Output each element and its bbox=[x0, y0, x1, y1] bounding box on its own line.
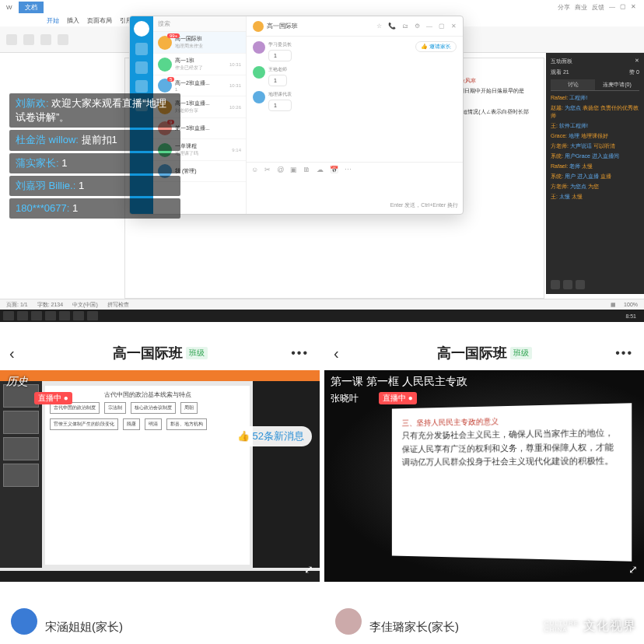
chat-main: 高一国际班 ☆ 📞 🗂 ⚙ — ▢ ✕ 👍 邀请家长 学习委员长1王艳老师1地理… bbox=[247, 16, 463, 214]
more-button[interactable]: ••• bbox=[615, 346, 633, 360]
projected-slide: 三、坚持人民民主专政的意义 只有充分发扬社会主义民主，确保人民当家作主的地位，保… bbox=[392, 403, 632, 561]
biz-button[interactable]: 商业 bbox=[575, 3, 587, 12]
more-button[interactable]: ••• bbox=[291, 346, 309, 360]
class-tag: 班级 bbox=[186, 347, 208, 359]
live-comment: 杜金浩 willow: 提前扣1 bbox=[9, 130, 180, 150]
settings-icon[interactable]: ⚙ bbox=[415, 23, 420, 30]
lesson-title: 第一课 第一框 人民民主专政 bbox=[331, 375, 467, 389]
contacts-icon[interactable] bbox=[135, 61, 148, 74]
concept-box: 明清 bbox=[145, 418, 162, 430]
task-app[interactable] bbox=[73, 311, 84, 320]
concept-box: 郡县、地方机构 bbox=[166, 418, 207, 430]
taskbar-clock: 8:51 bbox=[625, 313, 641, 319]
expand-icon[interactable]: ⤢ bbox=[628, 563, 638, 576]
max-icon[interactable]: ▢ bbox=[620, 3, 626, 12]
subject-label: 历史 bbox=[6, 375, 28, 389]
concept-box: 周朝 bbox=[180, 402, 198, 414]
watermark: CULTURECHINA 文化视界 bbox=[544, 618, 636, 635]
emoji-icon[interactable] bbox=[551, 280, 560, 289]
card-title: 高一国际班 bbox=[437, 344, 507, 362]
wps-doc-tab[interactable]: 文档 bbox=[19, 2, 44, 13]
status-spell: 拼写检查 bbox=[107, 301, 129, 309]
chat-search[interactable]: 搜索 bbox=[153, 16, 246, 32]
ribbon-style[interactable] bbox=[58, 34, 68, 45]
new-message-pill[interactable]: 👍 52条新消息 bbox=[229, 426, 312, 446]
status-words: 字数: 2134 bbox=[37, 301, 63, 309]
workspace-icon[interactable] bbox=[135, 80, 148, 93]
status-page: 页面: 1/1 bbox=[6, 301, 28, 309]
wps-titlebar: W 文档 分享 商业 反馈 — ▢ ✕ bbox=[0, 0, 644, 14]
min2-icon[interactable]: — bbox=[426, 23, 432, 30]
clip-icon[interactable]: ✂ bbox=[264, 166, 271, 173]
video-area-left[interactable]: 古代中国的政治基本线索与特点 古代中国的政治制度宗法制核心政治会议制度周朝官僚王… bbox=[0, 370, 320, 582]
panel-line: 方老师: 为您点 为您 bbox=[551, 183, 639, 191]
chat-list-item[interactable]: 高一1班作业已经发了10:31 bbox=[153, 54, 246, 75]
emoji2-icon[interactable]: ☺ bbox=[251, 166, 258, 173]
live-comment: 180***0677: 1 bbox=[9, 198, 180, 219]
chat-header-avatar bbox=[253, 21, 264, 32]
ribbon-paste[interactable] bbox=[6, 34, 17, 45]
tab-discuss[interactable]: 讨论 bbox=[551, 79, 595, 90]
task-app[interactable] bbox=[59, 311, 70, 320]
chat-header-title: 高一国际班 bbox=[267, 22, 298, 30]
menu-layout[interactable]: 页面布局 bbox=[87, 16, 112, 25]
commenter-avatar bbox=[335, 608, 362, 635]
more-icon[interactable] bbox=[576, 280, 585, 289]
commenter-avatar bbox=[11, 608, 37, 635]
slide-title: 古代中国的政治基本线索与特点 bbox=[50, 390, 245, 399]
dots-icon[interactable]: ⋯ bbox=[345, 166, 352, 173]
wps-logo: W bbox=[0, 2, 19, 12]
mobile-card-left: ‹ 高一国际班 班级 ••• 古代中国的政治基本线索与特点 古代中国的政治制度宗… bbox=[0, 336, 320, 644]
ribbon-font[interactable] bbox=[23, 34, 34, 45]
start-icon[interactable] bbox=[3, 311, 14, 320]
close-icon[interactable]: ✕ bbox=[631, 3, 636, 12]
min-icon[interactable]: — bbox=[609, 3, 615, 12]
panel-line: 王: 软件工程师! bbox=[551, 122, 639, 130]
invite-pill[interactable]: 👍 邀请家长 bbox=[415, 41, 457, 52]
panel-line: 系统: 用户 进入直播 直播 bbox=[551, 173, 639, 180]
close-panel-icon[interactable]: ✕ bbox=[635, 58, 639, 65]
close2-icon[interactable]: ✕ bbox=[451, 23, 457, 30]
concept-box: 核心政治会议制度 bbox=[131, 402, 176, 414]
chat-message: 王艳老师1 bbox=[253, 66, 457, 86]
file-icon[interactable]: 🗎 bbox=[303, 166, 310, 173]
max2-icon[interactable]: ▢ bbox=[439, 23, 445, 30]
class-tag: 班级 bbox=[510, 347, 532, 359]
folder-icon[interactable]: 🗂 bbox=[402, 23, 408, 30]
video-area-right[interactable]: 三、坚持人民民主专政的意义 只有充分发扬社会主义民主，确保人民当家作主的地位，保… bbox=[324, 370, 644, 582]
chat-list-item[interactable]: 99+高一国际班地理周末作业 bbox=[153, 32, 246, 54]
phone-icon[interactable]: 📞 bbox=[388, 23, 396, 30]
pic-icon[interactable]: ▣ bbox=[290, 166, 297, 173]
cloud-icon[interactable]: ☁ bbox=[317, 166, 324, 173]
image-icon[interactable] bbox=[563, 280, 572, 289]
panel-line: 王: 太慢 太慢 bbox=[551, 193, 639, 201]
tab-mic[interactable]: 连麦申请(0) bbox=[595, 79, 639, 90]
back-icon[interactable]: ‹ bbox=[9, 345, 15, 362]
at-icon[interactable]: @ bbox=[277, 166, 284, 173]
ribbon-para[interactable] bbox=[40, 34, 51, 45]
panel-line: 赵越: 为您点 表扬您 负责任的优秀教师 bbox=[551, 104, 639, 120]
chat-icon[interactable] bbox=[135, 43, 148, 55]
live-comment: 刘新欢: 欢迎大家来观看直播“地理试卷讲解”。 bbox=[9, 93, 180, 128]
panel-line: Rafael: 老师 太慢 bbox=[551, 163, 639, 170]
view-mode-icon[interactable]: ▦ bbox=[611, 302, 616, 308]
menu-start[interactable]: 开始 bbox=[47, 16, 59, 25]
star-icon[interactable]: ☆ bbox=[376, 23, 382, 30]
share-button[interactable]: 分享 bbox=[558, 3, 570, 12]
task-app[interactable] bbox=[31, 311, 42, 320]
zoom-value[interactable]: 100% bbox=[624, 302, 638, 308]
feedback-button[interactable]: 反馈 bbox=[592, 3, 604, 12]
task-app[interactable] bbox=[87, 311, 98, 320]
user-avatar[interactable] bbox=[134, 21, 149, 37]
expand-icon[interactable]: ⤢ bbox=[304, 563, 313, 576]
task-app[interactable] bbox=[17, 311, 28, 320]
chat-input[interactable] bbox=[251, 173, 458, 201]
task-app[interactable] bbox=[45, 311, 56, 320]
calendar-icon[interactable]: 📅 bbox=[330, 166, 338, 173]
chat-composer: ☺ ✂ @ ▣ 🗎 ☁ 📅 ⋯ Enter 发送，Ctrl+Enter 换行 bbox=[247, 162, 463, 214]
menu-insert[interactable]: 插入 bbox=[67, 16, 79, 25]
back-icon[interactable]: ‹ bbox=[334, 345, 339, 362]
live-badge: 直播中 ● bbox=[379, 392, 417, 404]
panel-line: 系统: 用户Grace 进入直播间 bbox=[551, 152, 639, 160]
mobile-card-right: ‹ 高一国际班 班级 ••• 三、坚持人民民主专政的意义 只有充分发扬社会主义民… bbox=[324, 336, 644, 644]
